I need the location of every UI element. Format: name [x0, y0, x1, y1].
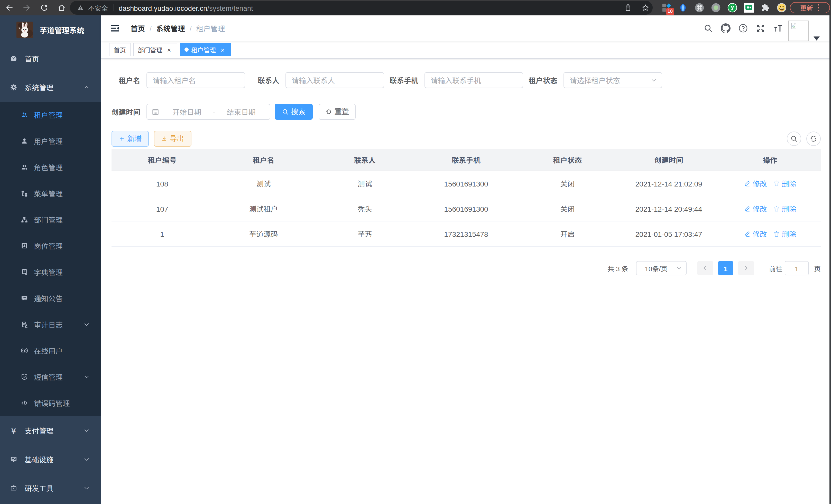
column-header[interactable]: 创建时间 — [618, 149, 719, 171]
browser-reload-button[interactable] — [38, 2, 50, 14]
goto-page-input[interactable]: 1 — [785, 261, 809, 275]
table-cell: 开启 — [517, 221, 618, 246]
sidebar-item-tenant[interactable]: 租户管理 — [0, 102, 101, 128]
tag-home[interactable]: 首页 — [109, 43, 131, 56]
browser-menu-kebab-icon[interactable] — [817, 4, 820, 12]
page-size-select[interactable]: 10条/页 — [636, 261, 687, 275]
sidebar-item-online-user[interactable]: 在线用户 — [0, 337, 101, 364]
sidebar-item-label: 岗位管理 — [34, 241, 63, 251]
font-size-icon[interactable] — [769, 16, 787, 41]
sidebar-item-label: 菜单管理 — [34, 188, 63, 199]
sidebar-item-label: 系统管理 — [25, 82, 53, 92]
breadcrumb-system[interactable]: 系统管理 — [156, 23, 185, 33]
add-button[interactable]: 新增 — [112, 131, 149, 147]
extension-chat-icon[interactable] — [744, 3, 754, 13]
delete-button[interactable]: 删除 — [773, 178, 796, 188]
toggle-search-button[interactable] — [787, 131, 801, 146]
extension-y-icon[interactable] — [727, 3, 738, 13]
column-header[interactable]: 联系人 — [314, 149, 416, 171]
edit-button[interactable]: 修改 — [744, 203, 767, 214]
contact-input[interactable]: 请输入联系人 — [285, 72, 384, 88]
extension-grid-icon[interactable]: 10 — [661, 3, 672, 13]
dict-icon — [21, 268, 28, 276]
column-header[interactable]: 联系手机 — [416, 149, 517, 171]
page-word: 页 — [814, 264, 821, 273]
search-button[interactable]: 搜索 — [275, 104, 313, 120]
browser-back-button[interactable] — [3, 2, 16, 14]
page-number[interactable]: 1 — [718, 261, 733, 275]
table-row[interactable]: 108测试测试15601691300关闭2021-12-14 21:02:09修… — [112, 171, 821, 196]
sidebar-item-dict[interactable]: 字典管理 — [0, 259, 101, 285]
chevron-up-icon — [83, 84, 90, 90]
header-search-icon[interactable] — [699, 16, 717, 41]
hamburger-icon[interactable] — [110, 23, 120, 33]
fullscreen-icon[interactable] — [752, 16, 769, 41]
tag-tenant[interactable]: 租户管理 × — [180, 43, 231, 56]
online-icon — [21, 347, 28, 354]
edit-button[interactable]: 修改 — [744, 229, 767, 239]
next-page-button[interactable] — [738, 261, 754, 275]
sidebar-item-post[interactable]: 岗位管理 — [0, 233, 101, 259]
browser-forward-button[interactable] — [21, 2, 33, 14]
delete-button[interactable]: 删除 — [773, 229, 796, 239]
reset-button[interactable]: 重置 — [319, 104, 355, 120]
sidebar-item-role[interactable]: 角色管理 — [0, 154, 101, 180]
date-separator: - — [211, 107, 217, 117]
share-icon[interactable] — [624, 4, 632, 12]
monitor-icon — [10, 456, 18, 463]
help-icon[interactable] — [735, 16, 752, 41]
sidebar-item-home[interactable]: 首页 — [0, 44, 101, 73]
end-date-input[interactable]: 结束日期 — [218, 107, 265, 117]
sidebar-item-user[interactable]: 用户管理 — [0, 128, 101, 154]
phone-input[interactable]: 请输入联系手机 — [425, 72, 523, 88]
sidebar-logo[interactable]: 芋道管理系统 — [0, 16, 101, 44]
tag-close-icon[interactable]: × — [219, 46, 226, 53]
extensions-puzzle-icon[interactable] — [760, 3, 770, 13]
chevron-down-icon — [83, 456, 90, 463]
github-icon[interactable] — [717, 16, 735, 41]
sidebar-item-notice[interactable]: 通知公告 — [0, 285, 101, 312]
extension-command-icon[interactable] — [694, 3, 705, 13]
sidebar-item-dev-tool[interactable]: 研发工具 — [0, 474, 101, 502]
create-time-range-picker[interactable]: 开始日期 - 结束日期 — [146, 104, 270, 120]
edit-button[interactable]: 修改 — [744, 178, 767, 188]
sidebar-item-error-code[interactable]: 错误码管理 — [0, 390, 101, 416]
sidebar-item-system[interactable]: 系统管理 — [0, 73, 101, 102]
sidebar-item-pay[interactable]: ¥支付管理 — [0, 416, 101, 445]
profile-avatar[interactable] — [776, 3, 787, 13]
bookmark-star-icon[interactable] — [641, 4, 650, 12]
sidebar-item-dept[interactable]: 部门管理 — [0, 207, 101, 233]
breadcrumb-current: 租户管理 — [196, 23, 225, 33]
sidebar-item-menu[interactable]: 菜单管理 — [0, 180, 101, 207]
browser-update-button[interactable]: 更新 — [790, 2, 830, 13]
browser-home-button[interactable] — [56, 2, 68, 14]
browser-scrollbar[interactable] — [829, 16, 831, 504]
start-date-input[interactable]: 开始日期 — [163, 107, 211, 117]
extension-recorder-icon[interactable] — [711, 3, 721, 13]
column-header[interactable]: 操作 — [719, 149, 821, 171]
tenant-name-input[interactable]: 请输入租户名 — [146, 72, 245, 88]
extension-gem-icon[interactable] — [678, 3, 688, 13]
table-row[interactable]: 107测试租户秃头15601691300关闭2021-12-14 20:49:4… — [112, 196, 821, 221]
column-header[interactable]: 租户名 — [213, 149, 314, 171]
export-button[interactable]: 导出 — [154, 131, 192, 147]
sidebar-item-label: 通知公告 — [34, 293, 63, 303]
delete-button[interactable]: 删除 — [773, 203, 796, 214]
column-header[interactable]: 租户状态 — [517, 149, 618, 171]
sidebar-item-infra[interactable]: 基础设施 — [0, 445, 101, 474]
tag-dept[interactable]: 部门管理 × — [133, 43, 177, 56]
status-select[interactable]: 请选择租户状态 — [564, 72, 662, 88]
refresh-table-button[interactable] — [806, 131, 821, 146]
breadcrumb-home[interactable]: 首页 — [131, 23, 145, 33]
sidebar-item-sms[interactable]: 短信管理 — [0, 364, 101, 390]
user-avatar[interactable] — [789, 16, 820, 41]
tag-close-icon[interactable]: × — [166, 46, 173, 53]
table-cell-actions: 修改删除 — [719, 221, 821, 246]
sidebar-item-audit-log[interactable]: 审计日志 — [0, 312, 101, 337]
table-cell: 15601691300 — [416, 196, 517, 221]
table-row[interactable]: 1芋道源码芋艿17321315478开启2021-01-05 17:03:47修… — [112, 221, 821, 246]
address-bar[interactable]: 不安全 dashboard.yudao.iocoder.cn/system/te… — [70, 1, 653, 14]
prev-page-button[interactable] — [697, 261, 713, 275]
goto-label: 前往 — [769, 264, 782, 273]
column-header[interactable]: 租户编号 — [112, 149, 213, 171]
